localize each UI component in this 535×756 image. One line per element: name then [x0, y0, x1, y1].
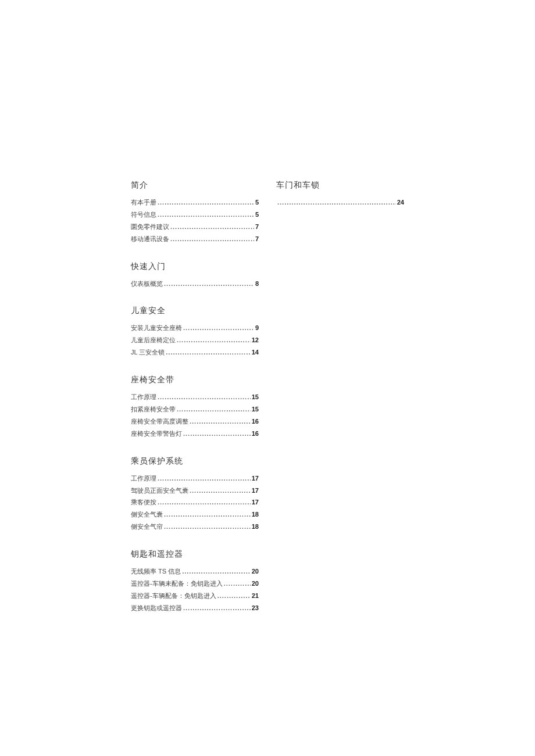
entry-page-number: 20: [252, 578, 259, 590]
entry-label: 侧安全气囊: [131, 508, 163, 521]
entry-page-number: 5: [255, 209, 259, 221]
entry-page-number: 17: [252, 485, 259, 497]
entry-page-number: 20: [252, 565, 259, 578]
toc-entry: 遥控器-车辆未配备：免钥匙进入20: [131, 578, 259, 590]
entry-label: 遥控器-车辆配备：免钥匙进入: [131, 590, 216, 602]
entry-page-number: 18: [252, 508, 259, 521]
toc-entry: 更换钥匙或遥控器23: [131, 602, 259, 614]
toc-entry: 座椅安全带警告灯16: [131, 428, 259, 440]
entry-label: 儿童后座椅定位: [131, 334, 176, 346]
entry-label: 仪表板概览: [131, 278, 163, 290]
entry-label: 驾驶员正面安全气囊: [131, 485, 188, 497]
toc-entry: 工作原理15: [131, 391, 259, 403]
toc-entry: 工作原理17: [131, 472, 259, 485]
entry-leader-dots: [182, 602, 252, 614]
toc-entry: 有本手册5: [131, 196, 259, 209]
toc-entry: 乘客便按17: [131, 496, 259, 508]
entry-label: 圜免零件建议: [131, 221, 169, 233]
entry-page-number: 8: [255, 278, 259, 290]
entry-page-number: 16: [252, 415, 259, 428]
section-title: 钥匙和遥控器: [131, 549, 259, 560]
toc-entry: 侧安全气帘18: [131, 521, 259, 533]
entry-page-number: 12: [252, 334, 259, 346]
entry-page-number: 15: [252, 403, 259, 415]
entry-label: 有本手册: [131, 196, 156, 209]
entry-page-number: 14: [252, 346, 259, 359]
entry-leader-dots: [188, 485, 252, 497]
toc-section: 简介有本手册5符号信息5圜免零件建议7移动通讯设备7: [131, 180, 259, 245]
entry-label: 符号信息: [131, 209, 156, 221]
toc-entry: 儿童后座椅定位12: [131, 334, 259, 346]
entry-page-number: 5: [255, 196, 259, 209]
entry-leader-dots: [169, 233, 255, 245]
entry-page-number: 7: [255, 221, 259, 233]
section-title: 简介: [131, 180, 259, 191]
entry-page-number: 9: [255, 322, 259, 334]
toc-entry: 座椅安全带高度调整16: [131, 415, 259, 428]
section-title: 乘员保护系统: [131, 456, 259, 467]
entry-leader-dots: [188, 415, 252, 428]
entry-page-number: 17: [252, 496, 259, 508]
entry-leader-dots: [182, 428, 252, 440]
entry-label: 更换钥匙或遥控器: [131, 602, 182, 614]
toc-entry: 仪表板概览8: [131, 278, 259, 290]
toc-entry: 无线频率 TS 信息20: [131, 565, 259, 578]
entry-label: 侧安全气帘: [131, 521, 163, 533]
section-title: 快速入门: [131, 261, 259, 272]
entry-page-number: 17: [252, 472, 259, 485]
entry-label: 无线频率 TS 信息: [131, 565, 181, 578]
entry-leader-dots: [156, 209, 255, 221]
entry-page-number: 24: [397, 196, 404, 209]
toc-section: 快速入门仪表板概览8: [131, 261, 259, 290]
toc-entry: 驾驶员正面安全气囊17: [131, 485, 259, 497]
entry-page-number: 23: [252, 602, 259, 614]
entry-leader-dots: [163, 521, 252, 533]
entry-page-number: 15: [252, 391, 259, 403]
entry-label: 乘客便按: [131, 496, 156, 508]
toc-entry: 安装儿童安全座椅9: [131, 322, 259, 334]
entry-page-number: 16: [252, 428, 259, 440]
entry-leader-dots: [176, 403, 252, 415]
section-title: 儿童安全: [131, 306, 259, 316]
entry-label: 移动通讯设备: [131, 233, 169, 245]
toc-entry: 扣紧座椅安全带15: [131, 403, 259, 415]
toc-section: 座椅安全带工作原理15扣紧座椅安全带15座椅安全带高度调整16座椅安全带警告灯1…: [131, 375, 259, 440]
right-column: 车门和车锁24: [276, 180, 404, 756]
entry-label: 扣紧座椅安全带: [131, 403, 176, 415]
section-title: 车门和车锁: [276, 180, 404, 191]
entry-leader-dots: [156, 196, 255, 209]
entry-label: JL 三安全锁: [131, 346, 165, 359]
toc-section: 乘员保护系统工作原理17驾驶员正面安全气囊17乘客便按17侧安全气囊18侧安全气…: [131, 456, 259, 533]
entry-leader-dots: [176, 334, 252, 346]
entry-leader-dots: [276, 196, 397, 209]
toc-section: 儿童安全安装儿童安全座椅9儿童后座椅定位12JL 三安全锁14: [131, 306, 259, 359]
toc-entry: 24: [276, 196, 404, 209]
entry-label: 遥控器-车辆未配备：免钥匙进入: [131, 578, 223, 590]
entry-leader-dots: [156, 472, 252, 485]
left-column: 简介有本手册5符号信息5圜免零件建议7移动通讯设备7快速入门仪表板概览8儿童安全…: [131, 180, 259, 756]
toc-entry: 符号信息5: [131, 209, 259, 221]
entry-leader-dots: [216, 590, 252, 602]
toc-entry: 遥控器-车辆配备：免钥匙进入21: [131, 590, 259, 602]
entry-leader-dots: [181, 565, 252, 578]
toc-page: 简介有本手册5符号信息5圜免零件建议7移动通讯设备7快速入门仪表板概览8儿童安全…: [0, 0, 535, 756]
entry-leader-dots: [163, 508, 252, 521]
toc-section: 车门和车锁24: [276, 180, 404, 209]
entry-leader-dots: [156, 391, 252, 403]
entry-leader-dots: [223, 578, 252, 590]
entry-label: 安装儿童安全座椅: [131, 322, 182, 334]
toc-entry: 圜免零件建议7: [131, 221, 259, 233]
toc-section: 钥匙和遥控器无线频率 TS 信息20遥控器-车辆未配备：免钥匙进入20遥控器-车…: [131, 549, 259, 614]
entry-label: 座椅安全带警告灯: [131, 428, 182, 440]
toc-entry: JL 三安全锁14: [131, 346, 259, 359]
entry-leader-dots: [182, 322, 255, 334]
entry-label: 座椅安全带高度调整: [131, 415, 188, 428]
entry-page-number: 18: [252, 521, 259, 533]
entry-label: 工作原理: [131, 391, 156, 403]
toc-entry: 侧安全气囊18: [131, 508, 259, 521]
entry-leader-dots: [163, 278, 255, 290]
toc-entry: 移动通讯设备7: [131, 233, 259, 245]
entry-leader-dots: [169, 221, 255, 233]
entry-page-number: 7: [255, 233, 259, 245]
entry-page-number: 21: [252, 590, 259, 602]
